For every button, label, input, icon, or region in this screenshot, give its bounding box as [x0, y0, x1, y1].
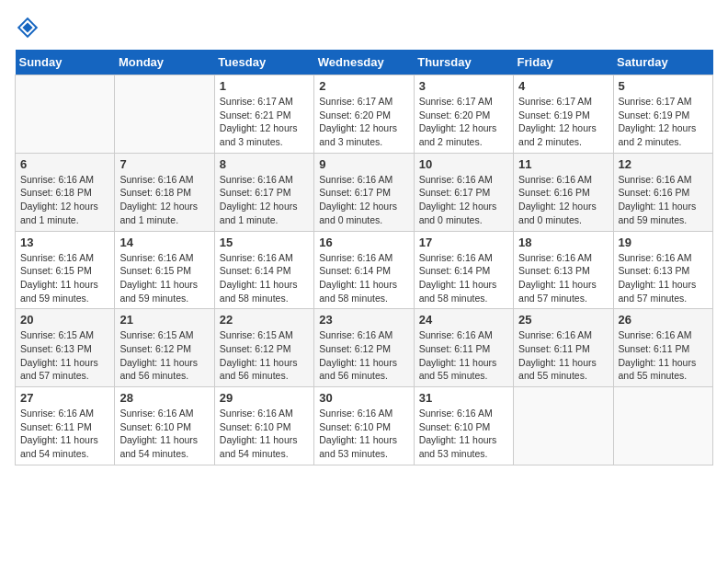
cell-info: Sunrise: 6:16 AM Sunset: 6:10 PM Dayligh… [220, 407, 309, 461]
day-number: 2 [319, 79, 408, 93]
cell-info: Sunrise: 6:16 AM Sunset: 6:14 PM Dayligh… [220, 251, 309, 305]
cell-info: Sunrise: 6:16 AM Sunset: 6:15 PM Dayligh… [119, 251, 209, 305]
cell-info: Sunrise: 6:16 AM Sunset: 6:11 PM Dayligh… [619, 328, 708, 383]
calendar-cell: 10Sunrise: 6:16 AM Sunset: 6:17 PM Dayli… [414, 153, 513, 231]
day-number: 26 [619, 313, 708, 327]
cell-info: Sunrise: 6:17 AM Sunset: 6:19 PM Dayligh… [518, 95, 608, 149]
calendar-cell: 12Sunrise: 6:16 AM Sunset: 6:16 PM Dayli… [613, 153, 712, 231]
day-number: 27 [20, 391, 109, 405]
cell-info: Sunrise: 6:17 AM Sunset: 6:20 PM Dayligh… [319, 95, 408, 149]
calendar-week-row: 6Sunrise: 6:16 AM Sunset: 6:18 PM Daylig… [16, 153, 713, 231]
cell-info: Sunrise: 6:16 AM Sunset: 6:11 PM Dayligh… [419, 328, 508, 383]
cell-info: Sunrise: 6:16 AM Sunset: 6:10 PM Dayligh… [419, 407, 508, 461]
calendar-cell: 16Sunrise: 6:16 AM Sunset: 6:14 PM Dayli… [314, 231, 414, 309]
cell-info: Sunrise: 6:16 AM Sunset: 6:13 PM Dayligh… [619, 251, 708, 305]
calendar-cell: 14Sunrise: 6:16 AM Sunset: 6:15 PM Dayli… [115, 231, 214, 309]
day-number: 13 [20, 236, 109, 249]
day-number: 12 [619, 157, 708, 171]
calendar-cell: 9Sunrise: 6:16 AM Sunset: 6:17 PM Daylig… [314, 153, 414, 231]
day-number: 30 [319, 391, 408, 405]
calendar-cell [613, 387, 712, 465]
calendar-cell: 1Sunrise: 6:17 AM Sunset: 6:21 PM Daylig… [214, 75, 313, 154]
cell-info: Sunrise: 6:16 AM Sunset: 6:14 PM Dayligh… [319, 251, 408, 305]
calendar-cell [16, 75, 115, 154]
page-header [15, 15, 713, 40]
cell-info: Sunrise: 6:15 AM Sunset: 6:12 PM Dayligh… [220, 328, 309, 383]
calendar-week-row: 1Sunrise: 6:17 AM Sunset: 6:21 PM Daylig… [16, 75, 713, 154]
calendar-cell: 31Sunrise: 6:16 AM Sunset: 6:10 PM Dayli… [414, 387, 513, 465]
cell-info: Sunrise: 6:16 AM Sunset: 6:13 PM Dayligh… [518, 251, 608, 305]
day-number: 25 [518, 313, 608, 327]
cell-info: Sunrise: 6:16 AM Sunset: 6:10 PM Dayligh… [319, 407, 408, 461]
weekday-header: Saturday [613, 50, 712, 75]
cell-info: Sunrise: 6:16 AM Sunset: 6:15 PM Dayligh… [20, 251, 109, 305]
cell-info: Sunrise: 6:16 AM Sunset: 6:18 PM Dayligh… [20, 173, 109, 227]
calendar-cell: 18Sunrise: 6:16 AM Sunset: 6:13 PM Dayli… [514, 231, 613, 309]
day-number: 21 [119, 313, 209, 327]
calendar-cell: 3Sunrise: 6:17 AM Sunset: 6:20 PM Daylig… [414, 75, 513, 154]
logo-icon [15, 15, 40, 40]
weekday-header: Sunday [16, 50, 115, 75]
day-number: 8 [220, 157, 309, 171]
calendar-cell: 8Sunrise: 6:16 AM Sunset: 6:17 PM Daylig… [214, 153, 313, 231]
cell-info: Sunrise: 6:15 AM Sunset: 6:12 PM Dayligh… [119, 328, 209, 383]
calendar-table: SundayMondayTuesdayWednesdayThursdayFrid… [15, 50, 713, 465]
cell-info: Sunrise: 6:16 AM Sunset: 6:14 PM Dayligh… [419, 251, 508, 305]
day-number: 17 [419, 236, 508, 249]
day-number: 28 [119, 391, 209, 405]
calendar-cell: 2Sunrise: 6:17 AM Sunset: 6:20 PM Daylig… [314, 75, 414, 154]
day-number: 16 [319, 236, 408, 249]
calendar-week-row: 13Sunrise: 6:16 AM Sunset: 6:15 PM Dayli… [16, 231, 713, 309]
weekday-header: Thursday [414, 50, 513, 75]
day-number: 19 [619, 236, 708, 249]
weekday-header: Monday [115, 50, 214, 75]
cell-info: Sunrise: 6:16 AM Sunset: 6:17 PM Dayligh… [419, 173, 508, 227]
calendar-cell [514, 387, 613, 465]
calendar-cell: 27Sunrise: 6:16 AM Sunset: 6:11 PM Dayli… [16, 387, 115, 465]
day-number: 22 [220, 313, 309, 327]
calendar-cell: 28Sunrise: 6:16 AM Sunset: 6:10 PM Dayli… [115, 387, 214, 465]
calendar-cell: 26Sunrise: 6:16 AM Sunset: 6:11 PM Dayli… [613, 309, 712, 387]
day-number: 18 [518, 236, 608, 249]
calendar-cell: 23Sunrise: 6:16 AM Sunset: 6:12 PM Dayli… [314, 309, 414, 387]
cell-info: Sunrise: 6:17 AM Sunset: 6:20 PM Dayligh… [419, 95, 508, 149]
calendar-cell: 25Sunrise: 6:16 AM Sunset: 6:11 PM Dayli… [514, 309, 613, 387]
calendar-cell: 7Sunrise: 6:16 AM Sunset: 6:18 PM Daylig… [115, 153, 214, 231]
calendar-header-row: SundayMondayTuesdayWednesdayThursdayFrid… [16, 50, 713, 75]
calendar-cell: 5Sunrise: 6:17 AM Sunset: 6:19 PM Daylig… [613, 75, 712, 154]
weekday-header: Tuesday [214, 50, 313, 75]
calendar-cell: 11Sunrise: 6:16 AM Sunset: 6:16 PM Dayli… [514, 153, 613, 231]
day-number: 9 [319, 157, 408, 171]
calendar-cell: 21Sunrise: 6:15 AM Sunset: 6:12 PM Dayli… [115, 309, 214, 387]
day-number: 20 [20, 313, 109, 327]
calendar-cell [115, 75, 214, 154]
day-number: 15 [220, 236, 309, 249]
weekday-header: Wednesday [314, 50, 414, 75]
calendar-cell: 17Sunrise: 6:16 AM Sunset: 6:14 PM Dayli… [414, 231, 513, 309]
calendar-cell: 13Sunrise: 6:16 AM Sunset: 6:15 PM Dayli… [16, 231, 115, 309]
cell-info: Sunrise: 6:16 AM Sunset: 6:17 PM Dayligh… [220, 173, 309, 227]
cell-info: Sunrise: 6:16 AM Sunset: 6:18 PM Dayligh… [119, 173, 209, 227]
day-number: 31 [419, 391, 508, 405]
calendar-week-row: 27Sunrise: 6:16 AM Sunset: 6:11 PM Dayli… [16, 387, 713, 465]
cell-info: Sunrise: 6:17 AM Sunset: 6:19 PM Dayligh… [619, 95, 708, 149]
calendar-week-row: 20Sunrise: 6:15 AM Sunset: 6:13 PM Dayli… [16, 309, 713, 387]
calendar-cell: 20Sunrise: 6:15 AM Sunset: 6:13 PM Dayli… [16, 309, 115, 387]
cell-info: Sunrise: 6:16 AM Sunset: 6:12 PM Dayligh… [319, 328, 408, 383]
day-number: 1 [220, 79, 309, 93]
calendar-cell: 4Sunrise: 6:17 AM Sunset: 6:19 PM Daylig… [514, 75, 613, 154]
day-number: 4 [518, 79, 608, 93]
cell-info: Sunrise: 6:16 AM Sunset: 6:17 PM Dayligh… [319, 173, 408, 227]
cell-info: Sunrise: 6:16 AM Sunset: 6:16 PM Dayligh… [518, 173, 608, 227]
day-number: 3 [419, 79, 508, 93]
day-number: 23 [319, 313, 408, 327]
day-number: 14 [119, 236, 209, 249]
cell-info: Sunrise: 6:16 AM Sunset: 6:11 PM Dayligh… [518, 328, 608, 383]
calendar-cell: 29Sunrise: 6:16 AM Sunset: 6:10 PM Dayli… [214, 387, 313, 465]
cell-info: Sunrise: 6:16 AM Sunset: 6:10 PM Dayligh… [119, 407, 209, 461]
day-number: 6 [20, 157, 109, 171]
calendar-cell: 22Sunrise: 6:15 AM Sunset: 6:12 PM Dayli… [214, 309, 313, 387]
calendar-cell: 30Sunrise: 6:16 AM Sunset: 6:10 PM Dayli… [314, 387, 414, 465]
calendar-cell: 15Sunrise: 6:16 AM Sunset: 6:14 PM Dayli… [214, 231, 313, 309]
logo [15, 15, 44, 40]
